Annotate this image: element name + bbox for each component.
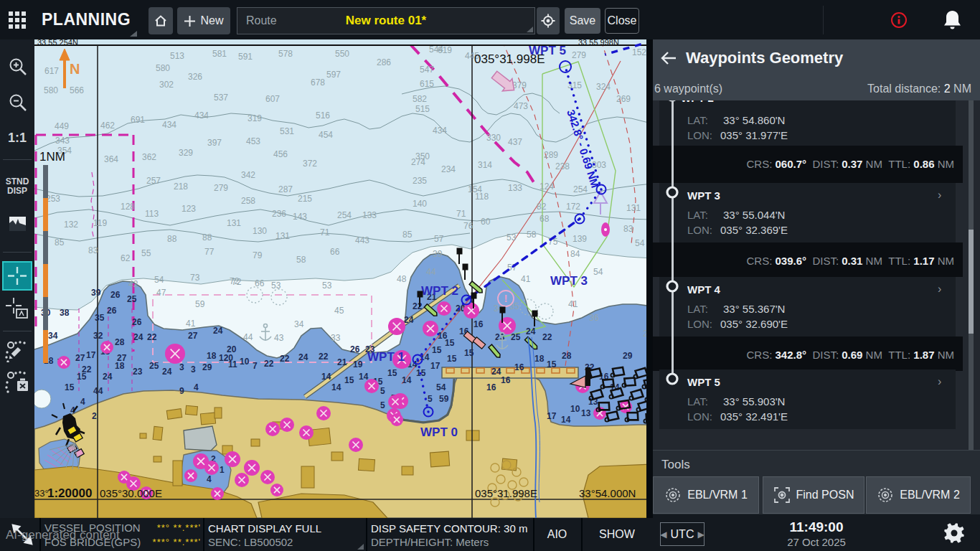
svg-text:1: 1 (220, 465, 225, 475)
svg-text:123: 123 (182, 204, 196, 214)
svg-text:578: 578 (278, 49, 293, 59)
svg-text:58: 58 (296, 255, 306, 265)
svg-text:515: 515 (415, 104, 430, 114)
svg-text:130: 130 (253, 226, 267, 236)
svg-text:443: 443 (355, 235, 369, 245)
svg-text:269: 269 (616, 94, 631, 104)
svg-text:326: 326 (188, 72, 202, 82)
svg-text:29: 29 (643, 329, 646, 339)
svg-text:25: 25 (127, 294, 137, 304)
svg-text:15: 15 (387, 368, 397, 378)
svg-text:15: 15 (432, 345, 442, 355)
svg-text:29: 29 (623, 351, 633, 361)
svg-text:26: 26 (350, 344, 360, 354)
svg-text:544: 544 (429, 44, 443, 55)
svg-text:33 55.254N: 33 55.254N (37, 39, 78, 47)
svg-text:59: 59 (195, 299, 205, 309)
svg-text:580: 580 (156, 63, 170, 73)
svg-text:!: ! (504, 292, 508, 304)
svg-text:678: 678 (311, 77, 325, 88)
svg-text:289: 289 (544, 150, 558, 160)
svg-text:582: 582 (413, 94, 427, 104)
svg-text:314: 314 (478, 160, 492, 170)
svg-text:N: N (70, 61, 80, 77)
svg-text:434: 434 (162, 120, 176, 130)
svg-text:WPT 1: WPT 1 (367, 350, 405, 364)
svg-text:18: 18 (207, 351, 217, 361)
svg-text:15: 15 (447, 354, 457, 364)
svg-text:254: 254 (573, 184, 588, 194)
svg-text:513: 513 (170, 51, 184, 61)
svg-text:24: 24 (213, 326, 223, 336)
svg-text:36: 36 (589, 313, 599, 323)
svg-text:35: 35 (509, 301, 519, 311)
svg-text:25: 25 (511, 332, 521, 342)
svg-text:343: 343 (55, 136, 70, 146)
svg-text:22: 22 (319, 352, 329, 362)
svg-text:54: 54 (593, 267, 603, 277)
svg-text:53: 53 (322, 281, 332, 291)
svg-text:215: 215 (298, 194, 312, 204)
svg-text:24: 24 (133, 332, 143, 342)
svg-text:32: 32 (93, 331, 103, 341)
svg-text:26: 26 (107, 306, 117, 316)
svg-text:434: 434 (194, 110, 209, 121)
svg-text:566: 566 (70, 85, 84, 95)
svg-text:537: 537 (214, 93, 228, 103)
svg-text:54: 54 (154, 275, 164, 285)
svg-text:44: 44 (93, 386, 103, 396)
svg-text:18: 18 (115, 361, 125, 371)
svg-text:453: 453 (246, 136, 260, 146)
svg-text:85: 85 (55, 237, 65, 248)
svg-text:131: 131 (227, 218, 241, 228)
svg-text:60: 60 (481, 217, 491, 227)
svg-text:581: 581 (212, 49, 227, 59)
svg-text:238: 238 (555, 161, 570, 171)
svg-text:28: 28 (562, 351, 572, 361)
svg-text:449: 449 (55, 121, 69, 131)
svg-text:324: 324 (596, 82, 611, 92)
svg-text:27: 27 (188, 331, 198, 341)
svg-text:16: 16 (486, 382, 496, 392)
svg-text:39: 39 (433, 249, 443, 259)
svg-text:WPT 0: WPT 0 (420, 425, 458, 439)
svg-text:22: 22 (147, 332, 157, 342)
svg-text:9: 9 (179, 386, 184, 396)
svg-text:57: 57 (434, 234, 444, 244)
svg-text:397: 397 (207, 138, 222, 148)
svg-text:15: 15 (77, 372, 87, 382)
svg-text:58: 58 (527, 230, 537, 240)
svg-text:73: 73 (190, 273, 200, 283)
svg-text:82: 82 (537, 202, 547, 212)
svg-text:234: 234 (441, 164, 456, 174)
svg-text:25: 25 (149, 361, 159, 371)
svg-text:17: 17 (86, 350, 96, 360)
svg-text:319: 319 (248, 113, 262, 123)
svg-text:257: 257 (146, 176, 161, 186)
svg-text:330: 330 (486, 133, 501, 143)
svg-text:124: 124 (540, 182, 554, 192)
svg-text:48: 48 (397, 274, 407, 284)
svg-text:28: 28 (115, 337, 125, 347)
svg-text:218: 218 (174, 182, 188, 192)
svg-text:71: 71 (456, 209, 466, 219)
svg-text:44: 44 (426, 267, 436, 277)
svg-text:362: 362 (142, 152, 156, 162)
svg-text:23: 23 (133, 367, 143, 377)
svg-text:24: 24 (491, 367, 501, 377)
svg-text:26: 26 (132, 317, 142, 327)
svg-text:5: 5 (428, 394, 433, 404)
svg-text:128: 128 (121, 202, 135, 212)
svg-text:437: 437 (508, 137, 522, 147)
svg-text:279: 279 (214, 183, 228, 193)
svg-text:4: 4 (80, 397, 85, 407)
svg-text:473: 473 (514, 101, 528, 111)
svg-text:16: 16 (514, 362, 524, 372)
svg-text:24: 24 (526, 326, 536, 336)
svg-text:22: 22 (280, 354, 290, 364)
svg-text:2: 2 (92, 411, 97, 421)
svg-text:47: 47 (156, 288, 166, 298)
svg-text:152: 152 (632, 47, 646, 57)
svg-text:76: 76 (463, 221, 473, 231)
svg-text:118: 118 (475, 192, 489, 202)
